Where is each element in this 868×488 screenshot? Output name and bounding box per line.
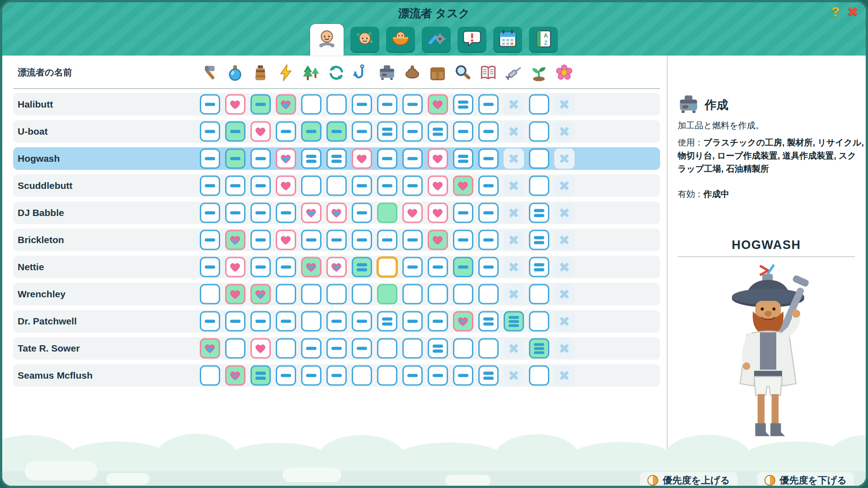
priority-cell-green-dash[interactable] xyxy=(453,257,473,277)
priority-cell-green-heart[interactable] xyxy=(453,176,473,196)
priority-cell-dash2[interactable] xyxy=(478,311,499,332)
drifter-row-dr-patchwell[interactable]: Dr. Patchwell✖ xyxy=(13,310,660,333)
priority-cell-empty[interactable] xyxy=(529,311,549,332)
drifter-name[interactable]: DJ Babble xyxy=(18,202,64,224)
priority-cell-green-dash[interactable] xyxy=(225,149,245,169)
priority-cell-green-heart[interactable] xyxy=(428,230,448,250)
priority-cell-dash[interactable] xyxy=(453,230,473,250)
priority-cell-heart[interactable] xyxy=(225,94,245,115)
priority-cell-dash[interactable] xyxy=(377,176,397,196)
priority-cell-dash[interactable] xyxy=(352,122,372,142)
priority-cell-empty[interactable] xyxy=(301,284,321,305)
priority-cell-dash2[interactable] xyxy=(529,203,549,223)
drifter-name[interactable]: U-boat xyxy=(18,120,48,143)
priority-cell-dash2[interactable] xyxy=(326,149,347,169)
priority-cell-green-dash2[interactable] xyxy=(250,366,271,386)
lightning-column-icon[interactable] xyxy=(277,64,295,82)
priority-cell-dash[interactable] xyxy=(352,338,372,359)
priority-cell-x[interactable]: ✖ xyxy=(504,284,524,305)
priority-cell-heart[interactable] xyxy=(225,257,245,277)
priority-cell-empty[interactable] xyxy=(402,284,423,305)
priority-cell-dash[interactable] xyxy=(428,366,448,386)
flask-column-icon[interactable] xyxy=(226,64,244,82)
priority-cell-dash[interactable] xyxy=(377,94,397,115)
priority-cell-dash[interactable] xyxy=(250,176,271,196)
priority-cell-x[interactable]: ✖ xyxy=(504,122,524,142)
priority-cell-dash[interactable] xyxy=(225,203,245,223)
priority-cell-dash[interactable] xyxy=(276,311,296,332)
priority-cell-x[interactable]: ✖ xyxy=(504,176,524,196)
priority-cell-dash2[interactable] xyxy=(529,257,549,277)
priority-cell-heart[interactable] xyxy=(428,176,448,196)
priority-cell-empty[interactable] xyxy=(529,94,549,115)
priority-cell-dash[interactable] xyxy=(402,257,423,277)
priority-cell-dash[interactable] xyxy=(250,203,271,223)
priority-cell-dash[interactable] xyxy=(453,366,473,386)
priority-cell-dash[interactable] xyxy=(200,149,220,169)
drifter-row-scuddlebutt[interactable]: Scuddlebutt✖✖ xyxy=(13,174,660,197)
drifter-row-seamus-mcflush[interactable]: Seamus Mcflush✖✖ xyxy=(13,364,660,387)
priority-cell-dash[interactable] xyxy=(326,230,347,250)
poop-column-icon[interactable] xyxy=(403,64,421,82)
sprout-column-icon[interactable] xyxy=(530,64,548,82)
drifter-name[interactable]: Hogwash xyxy=(18,147,60,170)
priority-cell-green[interactable] xyxy=(377,203,397,223)
priority-cell-x[interactable]: ✖ xyxy=(504,94,524,115)
magnifier-column-icon[interactable] xyxy=(454,64,472,82)
priority-cell-dash[interactable] xyxy=(478,149,499,169)
priority-cell-empty[interactable] xyxy=(301,94,321,115)
close-button[interactable]: ✖ xyxy=(847,3,859,20)
drifter-row-dj-babble[interactable]: DJ Babble✖✖ xyxy=(13,202,660,224)
priority-cell-dash[interactable] xyxy=(352,94,372,115)
priority-cell-x[interactable]: ✖ xyxy=(504,338,524,359)
priority-cell-heart[interactable] xyxy=(428,149,448,169)
drifter-name[interactable]: Halibutt xyxy=(18,93,53,116)
priority-cell-dash[interactable] xyxy=(326,311,347,332)
priority-cell-x[interactable]: ✖ xyxy=(554,122,575,142)
priority-cell-green-heart[interactable] xyxy=(225,284,245,305)
priority-cell-dash[interactable] xyxy=(478,230,499,250)
priority-cell-empty[interactable] xyxy=(453,284,473,305)
priority-cell-green-heart[interactable] xyxy=(428,94,448,115)
priority-cell-dash[interactable] xyxy=(276,203,296,223)
priority-cell-dash[interactable] xyxy=(326,366,347,386)
priority-cell-empty[interactable] xyxy=(478,338,499,359)
recycle-column-icon[interactable] xyxy=(327,64,345,82)
priority-cell-empty[interactable] xyxy=(377,338,397,359)
tab-encyclopedia-button[interactable]: AZ xyxy=(529,27,558,53)
priority-cell-dash2[interactable] xyxy=(377,122,397,142)
priority-cell-green-heartwave[interactable] xyxy=(276,94,296,115)
priority-cell-dash[interactable] xyxy=(402,366,423,386)
priority-cell-green[interactable] xyxy=(377,284,397,305)
priority-cell-x[interactable]: ✖ xyxy=(554,311,575,332)
priority-cell-green-dash2[interactable] xyxy=(352,257,372,277)
priority-cell-dash[interactable] xyxy=(352,230,372,250)
priority-cell-dash[interactable] xyxy=(301,230,321,250)
priority-cell-dash2[interactable] xyxy=(529,230,549,250)
priority-cell-x[interactable]: ✖ xyxy=(554,257,575,277)
priority-cell-green-dash3[interactable] xyxy=(504,311,524,332)
priority-cell-dash[interactable] xyxy=(478,203,499,223)
priority-cell-dash[interactable] xyxy=(402,122,423,142)
priority-cell-dash2[interactable] xyxy=(428,122,448,142)
priority-cell-dash[interactable] xyxy=(225,311,245,332)
drifter-name[interactable]: Brickleton xyxy=(18,229,64,251)
priority-cell-x[interactable]: ✖ xyxy=(554,284,575,305)
priority-cell-dash[interactable] xyxy=(428,257,448,277)
priority-cell-x[interactable]: ✖ xyxy=(554,149,575,169)
priority-cell-dash2[interactable] xyxy=(377,311,397,332)
priority-cell-x[interactable]: ✖ xyxy=(504,366,524,386)
priority-cell-dash[interactable] xyxy=(276,257,296,277)
tab-relationships-button[interactable] xyxy=(350,27,379,53)
syringe-column-icon[interactable] xyxy=(505,64,523,82)
priority-cell-green-heartwave[interactable] xyxy=(225,366,245,386)
hammer-column-icon[interactable] xyxy=(201,64,219,82)
help-button[interactable]: ? xyxy=(831,3,840,20)
priority-cell-dash[interactable] xyxy=(276,122,296,142)
priority-cell-dash[interactable] xyxy=(200,257,220,277)
priority-cell-dash[interactable] xyxy=(352,203,372,223)
drifter-name[interactable]: Scuddlebutt xyxy=(18,174,72,197)
priority-cell-empty[interactable] xyxy=(276,284,296,305)
priority-cell-dash[interactable] xyxy=(352,311,372,332)
priority-cell-empty[interactable] xyxy=(428,284,448,305)
